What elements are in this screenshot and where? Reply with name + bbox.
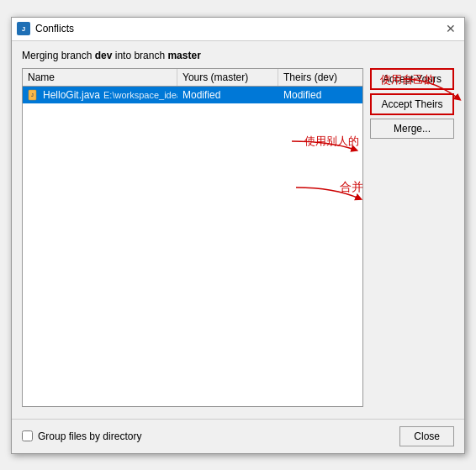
dialog-footer: Group files by directory Close: [12, 419, 464, 453]
table-body: J HelloGit.java E:\workspace_idea\git_1 …: [23, 87, 362, 406]
svg-text:J: J: [22, 25, 25, 33]
theirs-status: Modified: [278, 87, 362, 103]
dialog-title: Conflicts: [35, 23, 74, 34]
file-name: HelloGit.java: [43, 89, 100, 101]
svg-text:J: J: [31, 92, 34, 98]
close-icon[interactable]: ✕: [442, 23, 459, 34]
col-name: Name: [23, 69, 177, 86]
file-name-cell: J HelloGit.java E:\workspace_idea\git_1: [23, 87, 177, 103]
main-area: Name Yours (master) Theirs (dev) J: [22, 68, 454, 407]
group-files-label: Group files by directory: [38, 430, 141, 442]
col-theirs: Theirs (dev): [278, 69, 362, 86]
titlebar: J Conflicts ✕: [12, 18, 464, 41]
table-header: Name Yours (master) Theirs (dev): [23, 69, 362, 87]
group-files-checkbox[interactable]: [22, 430, 33, 441]
file-path: E:\workspace_idea\git_1: [103, 90, 177, 100]
close-button[interactable]: Close: [399, 426, 454, 446]
action-buttons: Accept Yours Accept Theirs Merge...: [370, 68, 454, 407]
accept-theirs-button[interactable]: Accept Theirs: [370, 93, 454, 115]
yours-status: Modified: [177, 87, 278, 103]
app-icon: J: [17, 22, 30, 35]
conflicts-dialog: J Conflicts ✕ Merging branch dev into br…: [11, 17, 465, 454]
merge-info: Merging branch dev into branch master: [22, 50, 454, 61]
conflicts-table: Name Yours (master) Theirs (dev) J: [22, 68, 363, 407]
titlebar-left: J Conflicts: [17, 22, 74, 35]
table-row[interactable]: J HelloGit.java E:\workspace_idea\git_1 …: [23, 87, 362, 103]
file-icon: J: [28, 89, 40, 101]
dialog-content: Merging branch dev into branch master Na…: [12, 41, 464, 415]
col-yours: Yours (master): [177, 69, 278, 86]
merge-button[interactable]: Merge...: [370, 119, 454, 139]
accept-yours-button[interactable]: Accept Yours: [370, 68, 454, 90]
group-checkbox-area: Group files by directory: [22, 430, 141, 442]
